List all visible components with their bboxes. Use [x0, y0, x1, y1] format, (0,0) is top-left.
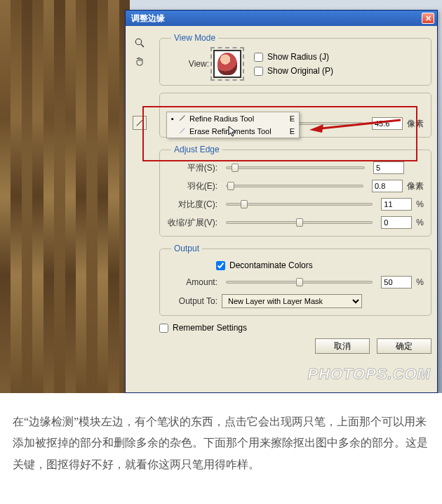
svg-point-0 — [135, 39, 141, 44]
shift-edge-input[interactable] — [381, 216, 412, 229]
output-legend: Output — [171, 244, 202, 253]
amount-slider[interactable] — [226, 281, 373, 284]
ok-button[interactable]: 确定 — [377, 338, 431, 354]
refine-radius-brush-tool[interactable] — [133, 116, 147, 130]
watermark-text: PHOTOPS.COM — [307, 365, 431, 383]
shift-edge-label: 收缩/扩展(V): — [167, 217, 217, 229]
show-original-checkbox-row[interactable]: Show Original (P) — [254, 66, 333, 76]
close-button[interactable]: ✕ — [422, 13, 434, 24]
contrast-slider[interactable] — [226, 203, 373, 206]
decontaminate-label: Decontaminate Colors — [229, 260, 313, 270]
feather-input[interactable] — [372, 180, 403, 192]
adjust-edge-legend: Adjust Edge — [171, 145, 222, 154]
output-to-label: Output To: — [167, 296, 217, 306]
flyout-refine-radius-item[interactable]: ▪ Refine Radius Tool E — [167, 112, 299, 125]
view-thumbnail[interactable] — [213, 50, 241, 78]
dialog-title: 调整边缘 — [128, 13, 422, 25]
cancel-button[interactable]: 取消 — [315, 338, 370, 354]
flyout-refine-label: Refine Radius Tool — [189, 114, 254, 123]
show-radius-label: Show Radius (J) — [267, 52, 329, 62]
smooth-slider[interactable] — [226, 166, 365, 169]
svg-marker-3 — [309, 124, 323, 133]
background-hair-photo — [0, 0, 130, 393]
remember-settings-row[interactable]: Remember Settings — [159, 323, 431, 333]
radius-unit: 像素 — [407, 118, 424, 130]
annotation-arrow-icon — [309, 116, 401, 133]
shift-edge-unit: % — [416, 218, 424, 227]
contrast-label: 对比度(C): — [167, 199, 217, 211]
left-tool-column — [133, 36, 148, 130]
show-radius-checkbox-row[interactable]: Show Radius (J) — [254, 52, 333, 62]
adjust-edge-group: Adjust Edge 平滑(S): 羽化(E): 像素 对比度 — [159, 145, 431, 237]
smooth-input[interactable] — [373, 161, 404, 174]
remember-settings-checkbox[interactable] — [159, 324, 168, 333]
zoom-icon[interactable] — [133, 36, 147, 50]
show-radius-checkbox[interactable] — [254, 53, 263, 62]
shift-edge-slider[interactable] — [226, 221, 373, 224]
svg-line-2 — [321, 120, 401, 128]
remember-settings-label: Remember Settings — [173, 323, 247, 333]
feather-unit: 像素 — [407, 180, 424, 192]
flyout-refine-key: E — [290, 114, 295, 123]
view-mode-legend: View Mode — [171, 33, 218, 43]
contrast-unit: % — [416, 199, 424, 209]
feather-slider[interactable] — [226, 185, 363, 187]
amount-label: Amount: — [167, 277, 217, 287]
view-label: View: — [167, 59, 209, 69]
decontaminate-checkbox[interactable] — [216, 261, 225, 270]
output-group: Output Decontaminate Colors Amount: % Ou… — [159, 244, 431, 316]
show-original-label: Show Original (P) — [267, 66, 333, 76]
contrast-input[interactable] — [381, 198, 412, 211]
flyout-erase-key: E — [290, 127, 295, 135]
refine-edge-dialog: 调整边缘 ✕ View Mode — [125, 10, 438, 393]
eraser-brush-icon — [178, 126, 187, 136]
tutorial-caption: 在“边缘检测”模块左边，有个笔状的东西，点击它会出现两只笔，上面那个可以用来添加… — [0, 393, 442, 492]
output-to-select[interactable]: New Layer with Layer Mask — [222, 294, 362, 308]
view-mode-group: View Mode View: Show Radius (J) Show Ori — [159, 33, 431, 86]
close-icon: ✕ — [425, 14, 431, 23]
amount-input[interactable] — [381, 276, 412, 289]
amount-unit: % — [416, 277, 424, 287]
cursor-icon — [228, 126, 238, 138]
active-marker-icon: ▪ — [171, 114, 175, 123]
feather-label: 羽化(E): — [167, 180, 217, 192]
show-original-checkbox[interactable] — [254, 67, 263, 76]
smooth-label: 平滑(S): — [167, 162, 217, 174]
svg-line-1 — [141, 44, 144, 47]
titlebar[interactable]: 调整边缘 ✕ — [126, 11, 437, 26]
brush-icon — [178, 114, 187, 124]
hand-icon[interactable] — [133, 54, 147, 68]
